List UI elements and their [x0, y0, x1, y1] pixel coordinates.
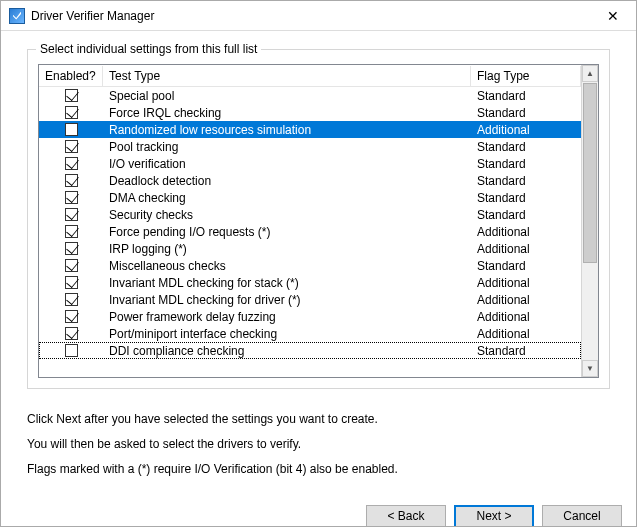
cell-enabled	[39, 191, 103, 204]
cell-enabled	[39, 293, 103, 306]
cell-flag-type: Additional	[471, 293, 581, 307]
cell-flag-type: Standard	[471, 208, 581, 222]
enabled-checkbox[interactable]	[65, 89, 78, 102]
cell-flag-type: Additional	[471, 327, 581, 341]
cell-enabled	[39, 344, 103, 357]
cell-enabled	[39, 327, 103, 340]
scroll-thumb[interactable]	[583, 83, 597, 263]
table-row[interactable]: Power framework delay fuzzingAdditional	[39, 308, 581, 325]
enabled-checkbox[interactable]	[65, 140, 78, 153]
enabled-checkbox[interactable]	[65, 225, 78, 238]
table-row[interactable]: IRP logging (*)Additional	[39, 240, 581, 257]
enabled-checkbox[interactable]	[65, 293, 78, 306]
column-header-enabled[interactable]: Enabled?	[39, 66, 103, 86]
cell-flag-type: Standard	[471, 191, 581, 205]
scroll-up-button[interactable]: ▲	[582, 65, 598, 82]
cell-flag-type: Standard	[471, 157, 581, 171]
cell-enabled	[39, 174, 103, 187]
cell-flag-type: Additional	[471, 225, 581, 239]
cell-enabled	[39, 242, 103, 255]
cell-flag-type: Additional	[471, 310, 581, 324]
cell-test-type: I/O verification	[103, 157, 471, 171]
cell-enabled	[39, 208, 103, 221]
cell-enabled	[39, 123, 103, 136]
table-row[interactable]: Pool trackingStandard	[39, 138, 581, 155]
titlebar: Driver Verifier Manager ✕	[1, 1, 636, 31]
table-row[interactable]: Port/miniport interface checkingAddition…	[39, 325, 581, 342]
cell-test-type: Special pool	[103, 89, 471, 103]
enabled-checkbox[interactable]	[65, 276, 78, 289]
app-icon	[9, 8, 25, 24]
table-row[interactable]: Deadlock detectionStandard	[39, 172, 581, 189]
cell-enabled	[39, 225, 103, 238]
cell-test-type: Miscellaneous checks	[103, 259, 471, 273]
enabled-checkbox[interactable]	[65, 208, 78, 221]
cell-flag-type: Standard	[471, 140, 581, 154]
settings-group: Select individual settings from this ful…	[27, 49, 610, 389]
cell-test-type: Port/miniport interface checking	[103, 327, 471, 341]
enabled-checkbox[interactable]	[65, 174, 78, 187]
cell-flag-type: Standard	[471, 259, 581, 273]
table-row[interactable]: Force pending I/O requests (*)Additional	[39, 223, 581, 240]
enabled-checkbox[interactable]	[65, 327, 78, 340]
enabled-checkbox[interactable]	[65, 106, 78, 119]
table-row[interactable]: Force IRQL checkingStandard	[39, 104, 581, 121]
cell-test-type: Security checks	[103, 208, 471, 222]
cancel-button[interactable]: Cancel	[542, 505, 622, 527]
instructions-line-2: You will then be asked to select the dri…	[27, 432, 610, 457]
instructions-line-3: Flags marked with a (*) require I/O Veri…	[27, 457, 610, 482]
cell-flag-type: Standard	[471, 106, 581, 120]
cell-test-type: Force pending I/O requests (*)	[103, 225, 471, 239]
cell-test-type: Randomized low resources simulation	[103, 123, 471, 137]
cell-test-type: DMA checking	[103, 191, 471, 205]
enabled-checkbox[interactable]	[65, 242, 78, 255]
cell-test-type: Force IRQL checking	[103, 106, 471, 120]
enabled-checkbox[interactable]	[65, 123, 78, 136]
enabled-checkbox[interactable]	[65, 259, 78, 272]
group-label: Select individual settings from this ful…	[36, 42, 261, 56]
cell-enabled	[39, 276, 103, 289]
list-rows: Special poolStandardForce IRQL checkingS…	[39, 87, 581, 359]
instructions-line-1: Click Next after you have selected the s…	[27, 407, 610, 432]
list-header[interactable]: Enabled? Test Type Flag Type	[39, 65, 581, 87]
column-header-flag-type[interactable]: Flag Type	[471, 66, 581, 86]
close-icon: ✕	[607, 9, 619, 23]
back-button[interactable]: < Back	[366, 505, 446, 527]
cell-enabled	[39, 140, 103, 153]
table-row[interactable]: Miscellaneous checksStandard	[39, 257, 581, 274]
table-row[interactable]: I/O verificationStandard	[39, 155, 581, 172]
list-body: Enabled? Test Type Flag Type Special poo…	[39, 65, 581, 377]
table-row[interactable]: Invariant MDL checking for stack (*)Addi…	[39, 274, 581, 291]
settings-list[interactable]: Enabled? Test Type Flag Type Special poo…	[38, 64, 599, 378]
enabled-checkbox[interactable]	[65, 157, 78, 170]
cell-flag-type: Standard	[471, 89, 581, 103]
content-area: Select individual settings from this ful…	[1, 31, 636, 493]
scroll-track[interactable]	[582, 264, 598, 360]
cell-flag-type: Additional	[471, 276, 581, 290]
scrollbar-vertical[interactable]: ▲ ▼	[581, 65, 598, 377]
cell-test-type: Pool tracking	[103, 140, 471, 154]
table-row[interactable]: DMA checkingStandard	[39, 189, 581, 206]
table-row[interactable]: Special poolStandard	[39, 87, 581, 104]
table-row[interactable]: Security checksStandard	[39, 206, 581, 223]
enabled-checkbox[interactable]	[65, 310, 78, 323]
cell-test-type: Power framework delay fuzzing	[103, 310, 471, 324]
window-title: Driver Verifier Manager	[31, 9, 590, 23]
cell-enabled	[39, 310, 103, 323]
cell-test-type: Deadlock detection	[103, 174, 471, 188]
scroll-down-button[interactable]: ▼	[582, 360, 598, 377]
next-button[interactable]: Next >	[454, 505, 534, 527]
table-row[interactable]: DDI compliance checkingStandard	[39, 342, 581, 359]
cell-enabled	[39, 89, 103, 102]
cell-enabled	[39, 106, 103, 119]
enabled-checkbox[interactable]	[65, 191, 78, 204]
cell-flag-type: Additional	[471, 123, 581, 137]
cell-test-type: Invariant MDL checking for stack (*)	[103, 276, 471, 290]
enabled-checkbox[interactable]	[65, 344, 78, 357]
cell-flag-type: Standard	[471, 174, 581, 188]
wizard-buttons: < Back Next > Cancel	[1, 493, 636, 527]
table-row[interactable]: Randomized low resources simulationAddit…	[39, 121, 581, 138]
column-header-test-type[interactable]: Test Type	[103, 66, 471, 86]
table-row[interactable]: Invariant MDL checking for driver (*)Add…	[39, 291, 581, 308]
close-button[interactable]: ✕	[590, 1, 636, 31]
